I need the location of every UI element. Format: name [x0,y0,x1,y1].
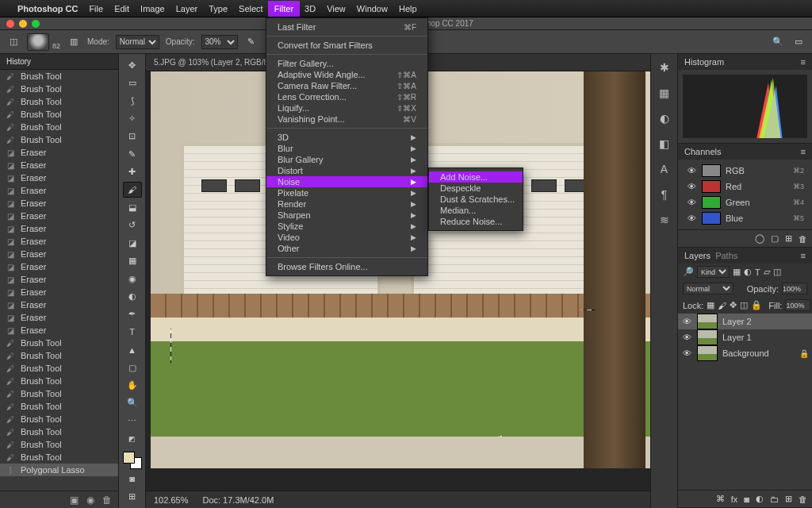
panel-menu-icon[interactable]: ≡ [801,251,806,260]
layer-group-icon[interactable]: 🗀 [770,495,779,504]
filter-shape-icon[interactable]: ▱ [764,267,770,277]
menu-browse-filters[interactable]: Browse Filters Online... [266,261,427,272]
swatches-panel-icon[interactable]: ▦ [656,84,673,102]
layers-tab[interactable]: Layers [684,251,710,260]
visibility-icon[interactable]: 👁 [686,198,697,207]
visibility-icon[interactable]: 👁 [686,214,697,223]
history-item[interactable]: 🖌Brush Tool [0,387,118,400]
history-item[interactable]: 🖌Brush Tool [0,121,118,133]
search-icon[interactable]: 🔍 [771,35,785,49]
history-item[interactable]: 🖌Brush Tool [0,451,118,464]
new-channel-icon[interactable]: ⊞ [785,233,792,244]
zoom-value[interactable]: 102.65% [154,495,188,505]
history-item[interactable]: 🖌Brush Tool [0,362,118,375]
menu-item[interactable]: Pixelate▶ [266,187,427,198]
character-panel-icon[interactable]: A [656,160,673,178]
menu-layer[interactable]: Layer [176,4,198,13]
pressure-opacity-icon[interactable]: ✎ [244,35,259,49]
menu-item[interactable]: Adaptive Wide Angle...⇧⌘A [266,69,427,80]
paths-tab[interactable]: Paths [715,251,737,260]
history-item[interactable]: ◪Eraser [0,235,118,248]
gradient-tool[interactable]: ▦ [123,252,142,268]
history-item[interactable]: ◪Eraser [0,146,118,159]
lock-position-icon[interactable]: ✥ [730,300,737,310]
history-item[interactable]: 🖌Brush Tool [0,400,118,413]
menu-item[interactable]: Video▶ [266,232,427,243]
history-item[interactable]: ◪Eraser [0,260,118,273]
history-item[interactable]: 🖌Brush Tool [0,413,118,425]
menu-item[interactable]: Liquify...⇧⌘X [266,102,427,114]
history-item[interactable]: 🖌Brush Tool [0,349,118,362]
panel-menu-icon[interactable]: ≡ [801,57,806,67]
delete-layer-icon[interactable]: 🗑 [799,495,807,504]
history-item[interactable]: ◪Eraser [0,324,118,337]
history-item[interactable]: ◪Eraser [0,184,118,197]
workspace-icon[interactable]: ▭ [791,35,806,49]
blend-mode-select[interactable]: Normal [116,35,159,49]
type-tool[interactable]: T [123,324,142,340]
lasso-tool[interactable]: ⟆ [123,93,142,109]
dodge-tool[interactable]: ◐ [123,288,142,304]
history-item[interactable]: ◪Eraser [0,273,118,286]
history-item[interactable]: ◪Eraser [0,298,118,311]
magic-wand-tool[interactable]: ✧ [123,110,142,126]
camera-icon[interactable]: ◉ [86,495,94,506]
minimize-window-button[interactable] [19,20,27,28]
history-item[interactable]: ◪Eraser [0,197,118,210]
history-item[interactable]: ◪Eraser [0,248,118,260]
menu-item[interactable]: Vanishing Point...⌘V [266,114,427,125]
adjustments-panel-icon[interactable]: ◐ [656,110,673,127]
visibility-icon[interactable]: 👁 [686,166,697,175]
history-item[interactable]: ◪Eraser [0,286,118,298]
menu-item[interactable]: Camera Raw Filter...⇧⌘A [266,80,427,91]
submenu-item[interactable]: Despeckle [429,183,523,194]
history-item[interactable]: ◪Eraser [0,222,118,235]
color-swatch[interactable] [123,452,142,469]
path-selection-tool[interactable]: ▲ [123,342,142,358]
close-window-button[interactable] [6,20,14,28]
delete-channel-icon[interactable]: 🗑 [799,234,807,244]
save-selection-icon[interactable]: ▢ [771,233,779,244]
menu-item[interactable]: Filter Gallery... [266,58,427,69]
channels-tab[interactable]: Channels [684,147,721,156]
history-item[interactable]: 🖌Brush Tool [0,438,118,451]
hand-tool[interactable]: ✋ [123,377,142,393]
lock-artboard-icon[interactable]: ◫ [740,300,748,310]
zoom-window-button[interactable] [32,20,40,28]
clone-stamp-tool[interactable]: ⬓ [123,199,142,215]
layer-row[interactable]: 👁Background🔒 [678,345,812,361]
history-item[interactable]: 🖌Brush Tool [0,95,118,108]
menu-view[interactable]: View [327,4,346,13]
menu-file[interactable]: File [89,4,103,13]
foreground-color[interactable] [123,452,135,464]
submenu-item[interactable]: Median... [429,205,523,216]
submenu-item[interactable]: Reduce Noise... [429,216,523,227]
menu-convert-smart[interactable]: Convert for Smart Filters [266,40,427,51]
filter-type-icon[interactable]: T [755,267,760,277]
filter-pixel-icon[interactable]: ▦ [733,267,741,277]
trash-icon[interactable]: 🗑 [102,495,112,506]
channel-row[interactable]: 👁Green⌘4 [683,194,807,210]
menu-select[interactable]: Select [239,4,263,13]
styles-panel-icon[interactable]: ◧ [656,135,673,152]
opacity-select[interactable]: 30% [201,35,238,49]
submenu-item[interactable]: Add Noise... [429,171,523,183]
menu-help[interactable]: Help [399,4,417,13]
history-brush-tool[interactable]: ↺ [123,217,142,233]
menu-item[interactable]: Distort▶ [266,165,427,176]
histogram-tab[interactable]: Histogram [684,57,724,67]
channel-row[interactable]: 👁Red⌘3 [683,179,807,194]
layer-opacity-input[interactable] [782,283,807,294]
layer-mask-icon[interactable]: ◙ [744,495,749,504]
healing-brush-tool[interactable]: ✚ [123,164,142,179]
menu-filter[interactable]: Filter [268,1,300,17]
menu-edit[interactable]: Edit [114,4,129,13]
app-menu[interactable]: Photoshop CC [17,4,78,13]
menu-item[interactable]: Stylize▶ [266,221,427,232]
menu-3d[interactable]: 3D [304,4,316,13]
channel-row[interactable]: 👁Blue⌘5 [683,210,807,226]
adjustment-layer-icon[interactable]: ◐ [756,494,764,504]
quick-mask-icon[interactable]: ◙ [123,471,142,487]
edit-toolbar[interactable]: ⋯ [123,413,142,429]
menu-item[interactable]: Sharpen▶ [266,210,427,221]
